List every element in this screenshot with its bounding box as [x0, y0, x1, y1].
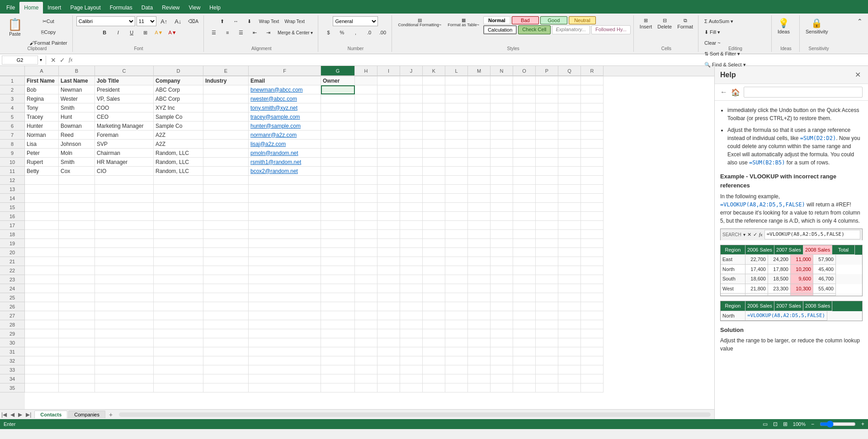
cell-e24[interactable] — [203, 284, 249, 293]
cell-a18[interactable] — [25, 230, 59, 239]
cell-d26[interactable] — [154, 302, 203, 311]
cell-r35[interactable] — [581, 383, 604, 392]
cell-e30[interactable] — [203, 338, 249, 347]
cell-d21[interactable] — [154, 257, 203, 266]
cell-l26[interactable] — [445, 302, 468, 311]
cell-k27[interactable] — [423, 311, 445, 320]
cell-n30[interactable] — [491, 338, 513, 347]
cell-a28[interactable] — [25, 320, 59, 329]
cell-i19[interactable] — [377, 239, 400, 248]
cell-p27[interactable] — [536, 311, 558, 320]
cell-l2[interactable] — [445, 85, 468, 94]
row-header-13[interactable]: 13 — [0, 185, 25, 194]
cell-d5[interactable]: Sample Co — [154, 112, 203, 121]
tab-page-layout[interactable]: Page Layout — [66, 2, 105, 14]
cell-f14[interactable] — [249, 194, 321, 203]
cell-f18[interactable] — [249, 230, 321, 239]
cell-n19[interactable] — [491, 239, 513, 248]
cell-d25[interactable] — [154, 293, 203, 302]
cell-b8[interactable]: Johnson — [59, 140, 95, 149]
cell-a6[interactable]: Hunter — [25, 121, 59, 131]
cell-m26[interactable] — [468, 302, 491, 311]
cell-p19[interactable] — [536, 239, 558, 248]
cell-a34[interactable] — [25, 374, 59, 383]
tab-view[interactable]: View — [184, 2, 205, 14]
cell-o33[interactable] — [513, 365, 536, 374]
cell-n5[interactable] — [491, 112, 513, 121]
cell-i5[interactable] — [377, 112, 400, 121]
cell-b35[interactable] — [59, 383, 95, 392]
cell-o23[interactable] — [513, 275, 536, 284]
cell-l30[interactable] — [445, 338, 468, 347]
cell-r1[interactable] — [581, 76, 604, 85]
cell-r22[interactable] — [581, 266, 604, 275]
cell-r32[interactable] — [581, 356, 604, 365]
cell-i10[interactable] — [377, 158, 400, 167]
cell-i34[interactable] — [377, 374, 400, 383]
percent-button[interactable]: % — [335, 28, 348, 37]
row-header-5[interactable]: 5 — [0, 112, 25, 121]
col-header-o[interactable]: O — [513, 66, 536, 76]
cell-a30[interactable] — [25, 338, 59, 347]
cell-i26[interactable] — [377, 302, 400, 311]
cell-i20[interactable] — [377, 248, 400, 257]
cell-j23[interactable] — [400, 275, 423, 284]
h-scrollbar[interactable] — [119, 412, 711, 417]
cell-d17[interactable] — [154, 221, 203, 230]
tab-home[interactable]: Home — [19, 2, 43, 14]
cell-p31[interactable] — [536, 347, 558, 356]
cell-b10[interactable]: Smith — [59, 158, 95, 167]
cell-k5[interactable] — [423, 112, 445, 121]
cell-k12[interactable] — [423, 176, 445, 185]
cell-d7[interactable]: A2Z — [154, 131, 203, 140]
cell-h12[interactable] — [355, 176, 377, 185]
row-header-31[interactable]: 31 — [0, 347, 25, 356]
cell-q15[interactable] — [558, 203, 581, 212]
tab-data[interactable]: Data — [137, 2, 157, 14]
cell-q17[interactable] — [558, 221, 581, 230]
cell-d13[interactable] — [154, 185, 203, 194]
cell-c26[interactable] — [95, 302, 154, 311]
cell-o13[interactable] — [513, 185, 536, 194]
cell-e31[interactable] — [203, 347, 249, 356]
cell-l20[interactable] — [445, 248, 468, 257]
cell-p8[interactable] — [536, 140, 558, 149]
cell-d9[interactable]: Random, LLC — [154, 149, 203, 158]
cell-n32[interactable] — [491, 356, 513, 365]
cell-o25[interactable] — [513, 293, 536, 302]
cell-g31[interactable] — [321, 347, 355, 356]
cell-e29[interactable] — [203, 329, 249, 338]
cell-g4[interactable] — [321, 103, 355, 112]
cell-p18[interactable] — [536, 230, 558, 239]
cell-j16[interactable] — [400, 212, 423, 221]
cell-o35[interactable] — [513, 383, 536, 392]
cell-d22[interactable] — [154, 266, 203, 275]
cell-g6[interactable] — [321, 121, 355, 131]
row-header-25[interactable]: 25 — [0, 293, 25, 302]
row-header-35[interactable]: 35 — [0, 383, 25, 392]
cell-o15[interactable] — [513, 203, 536, 212]
mini-fx-icon[interactable]: fx — [759, 231, 763, 238]
format-as-table-button[interactable]: ▦ Format as Table~ — [445, 16, 481, 28]
cell-h26[interactable] — [355, 302, 377, 311]
mini-cancel-icon[interactable]: ✕ — [747, 231, 751, 238]
zoom-out-icon[interactable]: − — [811, 421, 814, 427]
cell-d31[interactable] — [154, 347, 203, 356]
row-header-12[interactable]: 12 — [0, 176, 25, 185]
zoom-in-icon[interactable]: + — [861, 421, 864, 427]
cell-g8[interactable] — [321, 140, 355, 149]
cell-d16[interactable] — [154, 212, 203, 221]
cell-p6[interactable] — [536, 121, 558, 131]
cell-o10[interactable] — [513, 158, 536, 167]
cell-e1[interactable]: Industry — [203, 76, 249, 85]
cell-r2[interactable] — [581, 85, 604, 94]
align-top-button[interactable]: ⬆ — [216, 16, 229, 26]
cell-r11[interactable] — [581, 167, 604, 176]
cell-d20[interactable] — [154, 248, 203, 257]
cell-m22[interactable] — [468, 266, 491, 275]
cell-r12[interactable] — [581, 176, 604, 185]
cell-g1[interactable]: Owner — [321, 76, 355, 85]
cell-m5[interactable] — [468, 112, 491, 121]
cell-h10[interactable] — [355, 158, 377, 167]
cell-f28[interactable] — [249, 320, 321, 329]
